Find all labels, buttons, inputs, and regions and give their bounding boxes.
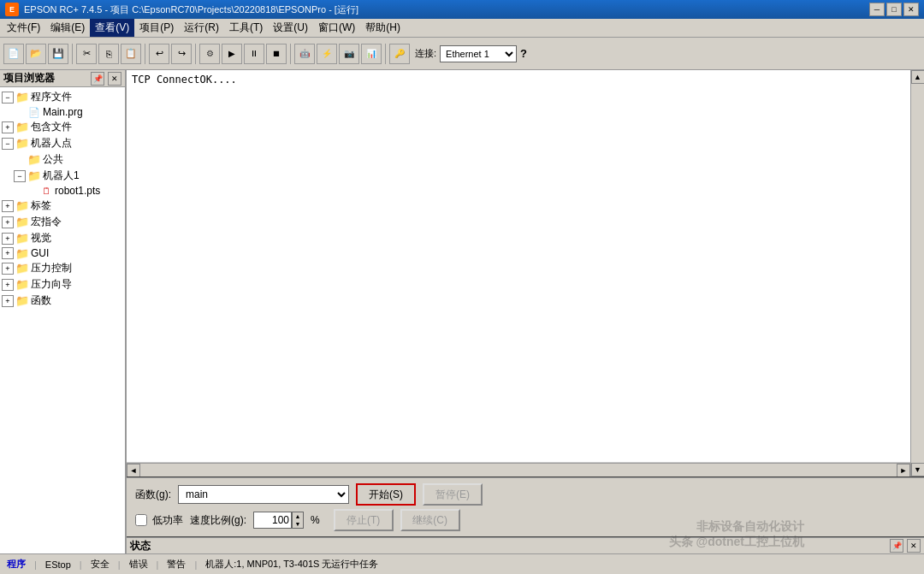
run-row2: 低功率 速度比例(g): 100 ▲ ▼ % 停止(T) 继续(C) — [135, 509, 915, 531]
speed-spinner[interactable]: ▲ ▼ — [292, 512, 304, 529]
app-icon: E — [5, 3, 19, 16]
toolbar-key[interactable]: 🔑 — [389, 44, 410, 64]
speed-down-btn[interactable]: ▼ — [293, 520, 303, 528]
tree-item[interactable]: +📁GUI — [0, 246, 125, 260]
tree-item[interactable]: 🗒robot1.pts — [0, 184, 125, 198]
toolbar-run1[interactable]: ▶ — [222, 44, 242, 64]
minimize-button[interactable]: ─ — [869, 3, 885, 16]
tree-expand-btn[interactable]: + — [2, 121, 14, 133]
folder-icon: 📁 — [27, 169, 41, 182]
speed-label: 速度比例(g): — [190, 513, 246, 528]
toolbar-io[interactable]: ⚡ — [317, 44, 337, 64]
toolbar-new[interactable]: 📄 — [3, 44, 24, 64]
toolbar-monitor[interactable]: 📊 — [361, 44, 382, 64]
folder-icon: 📁 — [15, 232, 29, 245]
toolbar-undo[interactable]: ↩ — [149, 44, 169, 64]
tree-expand-btn[interactable]: − — [2, 138, 14, 150]
toolbar-pause1[interactable]: ⏸ — [244, 44, 264, 64]
menu-settings[interactable]: 设置(U) — [268, 19, 313, 37]
menu-view[interactable]: 查看(V) — [90, 19, 134, 37]
tree-expand-btn[interactable]: − — [2, 92, 14, 104]
tree-item[interactable]: −📁程序文件 — [0, 89, 125, 105]
toolbar-camera[interactable]: 📷 — [339, 44, 359, 64]
tree-expand-btn[interactable]: + — [2, 233, 14, 245]
hscroll-right-btn[interactable]: ► — [897, 464, 910, 477]
menu-help[interactable]: 帮助(H) — [360, 19, 406, 37]
stop-button[interactable]: 停止(T) — [334, 509, 394, 531]
tree-item[interactable]: +📁压力控制 — [0, 260, 125, 276]
func-dropdown[interactable]: main — [178, 485, 349, 504]
run-panel: 函数(g): main 开始(S) 暂停(E) 低功率 速度比例(g): 100 — [127, 476, 924, 536]
toolbar-compile[interactable]: ⚙ — [199, 44, 220, 64]
low-power-checkbox[interactable] — [135, 514, 147, 526]
output-scroll-area: TCP ConnectOK.... ◄ ► — [127, 70, 910, 476]
sep3 — [195, 44, 196, 64]
hscroll-left-btn[interactable]: ◄ — [127, 464, 140, 477]
speed-up-btn[interactable]: ▲ — [293, 512, 303, 520]
panel-close-button[interactable]: ✕ — [108, 72, 121, 86]
folder-icon: 📁 — [15, 294, 29, 307]
status-pin-button[interactable]: 📌 — [890, 539, 903, 553]
folder-icon: 📁 — [15, 137, 29, 150]
tree-item[interactable]: 📁公共 — [0, 151, 125, 168]
tree-item[interactable]: 📄Main.prg — [0, 105, 125, 119]
toolbar: 📄 📂 💾 ✂ ⎘ 📋 ↩ ↪ ⚙ ▶ ⏸ ⏹ 🤖 ⚡ 📷 📊 🔑 连接: Et… — [0, 38, 924, 70]
tree-item-label: 公共 — [43, 152, 63, 167]
tree-item[interactable]: +📁视觉 — [0, 230, 125, 246]
toolbar-stop1[interactable]: ⏹ — [266, 44, 287, 64]
toolbar-save[interactable]: 💾 — [48, 44, 68, 64]
status-error: 错误 — [126, 557, 151, 571]
vscroll: ▲ ▼ — [910, 70, 924, 476]
tree-expand-btn[interactable]: + — [2, 216, 14, 228]
menu-file[interactable]: 文件(F) — [2, 19, 45, 37]
status-close-button[interactable]: ✕ — [907, 539, 921, 553]
help-button[interactable]: ? — [520, 47, 527, 60]
sep2 — [145, 44, 145, 64]
status-robot-info: 机器人:1, MNP01, T3-401S 无运行中任务 — [202, 557, 382, 571]
tree-item[interactable]: +📁函数 — [0, 293, 125, 309]
tree-expand-btn[interactable]: + — [2, 200, 14, 212]
continue-button[interactable]: 继续(C) — [400, 509, 460, 531]
tree-item[interactable]: −📁机器人1 — [0, 168, 125, 184]
vscroll-down-btn[interactable]: ▼ — [911, 463, 925, 476]
run-row1: 函数(g): main 开始(S) 暂停(E) — [135, 483, 915, 506]
toolbar-paste[interactable]: 📋 — [121, 44, 141, 64]
title-bar: E EPSON RC+ 7.4.5 - 项目 C:\EpsonRC70\Proj… — [0, 0, 924, 19]
tree-container[interactable]: −📁程序文件📄Main.prg+📁包含文件−📁机器人点📁公共−📁机器人1🗒rob… — [0, 87, 125, 560]
pause-button[interactable]: 暂停(E) — [423, 483, 483, 506]
tree-item-label: GUI — [31, 247, 49, 259]
menu-window[interactable]: 窗口(W) — [313, 19, 360, 37]
menu-tools[interactable]: 工具(T) — [224, 19, 268, 37]
tree-item[interactable]: +📁标签 — [0, 198, 125, 214]
tree-item[interactable]: +📁压力向导 — [0, 276, 125, 293]
menu-run[interactable]: 运行(R) — [179, 19, 224, 37]
status-program: 程序 — [3, 557, 29, 571]
toolbar-open[interactable]: 📂 — [26, 44, 46, 64]
close-button[interactable]: ✕ — [903, 3, 919, 16]
menu-project[interactable]: 项目(P) — [134, 19, 179, 37]
connect-dropdown[interactable]: Ethernet 1 — [440, 45, 517, 62]
pts-icon: 🗒 — [42, 186, 51, 196]
start-button[interactable]: 开始(S) — [356, 483, 416, 506]
toolbar-redo[interactable]: ↪ — [171, 44, 192, 64]
restore-button[interactable]: □ — [886, 3, 902, 16]
folder-icon: 📁 — [15, 216, 29, 228]
connect-label: 连接: — [415, 47, 436, 60]
tree-expand-btn[interactable]: + — [2, 247, 14, 259]
toolbar-cut[interactable]: ✂ — [76, 44, 97, 64]
toolbar-robot[interactable]: 🤖 — [294, 44, 315, 64]
speed-input[interactable]: 100 — [253, 512, 292, 529]
tree-item[interactable]: +📁宏指令 — [0, 214, 125, 230]
panel-pin-button[interactable]: 📌 — [91, 72, 104, 86]
menu-bar: 文件(F) 编辑(E) 查看(V) 项目(P) 运行(R) 工具(T) 设置(U… — [0, 19, 924, 38]
menu-edit[interactable]: 编辑(E) — [45, 19, 90, 37]
tree-expand-btn[interactable]: − — [14, 170, 26, 182]
tree-item[interactable]: +📁包含文件 — [0, 119, 125, 135]
tree-item[interactable]: −📁机器人点 — [0, 135, 125, 151]
toolbar-copy[interactable]: ⎘ — [98, 44, 119, 64]
tree-expand-btn[interactable]: + — [2, 279, 14, 291]
vscroll-up-btn[interactable]: ▲ — [911, 70, 925, 84]
status-safety: 安全 — [87, 557, 113, 571]
tree-expand-btn[interactable]: + — [2, 263, 14, 275]
tree-expand-btn[interactable]: + — [2, 295, 14, 307]
